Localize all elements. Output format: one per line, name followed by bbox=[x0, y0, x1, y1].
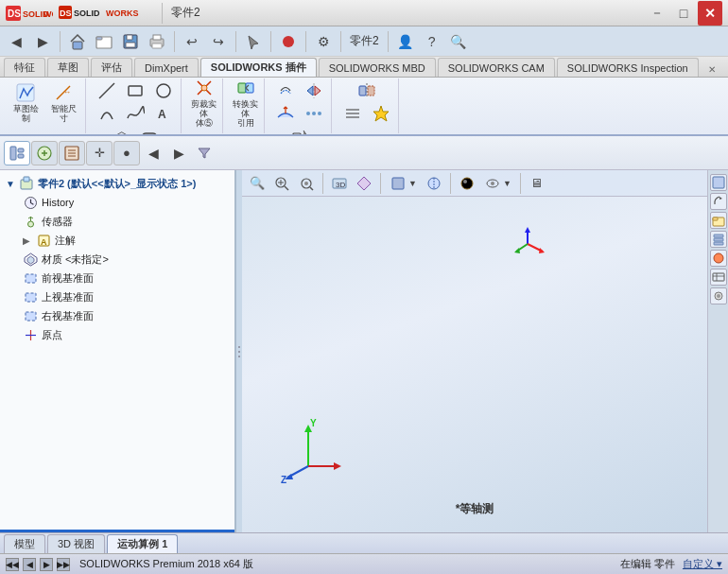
forward-button[interactable]: ▶ bbox=[30, 29, 55, 54]
tree-item-annotation[interactable]: ▶ A 注解 bbox=[4, 231, 231, 250]
ribbon-slot-btn[interactable] bbox=[136, 126, 163, 136]
ribbon-show-delete-btn[interactable] bbox=[339, 103, 366, 124]
vp-monitor-btn[interactable]: 🖥 bbox=[526, 173, 548, 194]
ribbon-surface-move-btn[interactable] bbox=[272, 103, 299, 124]
vp-zoom-fit-btn[interactable] bbox=[295, 173, 318, 194]
ribbon-mirror-entities-btn[interactable] bbox=[301, 80, 327, 101]
vp-zoom-area-btn[interactable] bbox=[270, 173, 293, 194]
nav-next[interactable]: ▶ bbox=[40, 558, 53, 571]
save-button[interactable] bbox=[118, 29, 143, 54]
ribbon-sketch-btn[interactable]: 草图绘制 bbox=[8, 80, 43, 126]
ribbon-line-btn[interactable] bbox=[94, 80, 120, 101]
svg-text:WO: WO bbox=[43, 9, 53, 19]
tree-item-material[interactable]: 材质 <未指定> bbox=[4, 250, 231, 269]
ribbon-close[interactable]: ✕ bbox=[704, 61, 719, 77]
user-icon[interactable]: 👤 bbox=[393, 29, 418, 54]
help-button[interactable]: ? bbox=[420, 29, 444, 54]
rs-view-btn[interactable] bbox=[710, 174, 727, 191]
ribbon-circle-btn[interactable] bbox=[150, 80, 177, 101]
viewport-3d[interactable]: Y Z *等轴测 bbox=[242, 197, 707, 532]
status-customize[interactable]: 自定义 ▾ bbox=[683, 557, 722, 571]
vp-section-view-btn[interactable] bbox=[423, 173, 445, 194]
rs-table-btn[interactable] bbox=[710, 269, 727, 286]
print-button[interactable] bbox=[145, 29, 169, 54]
open-button[interactable] bbox=[92, 29, 116, 54]
tab-motion[interactable]: 运动算例 1 bbox=[107, 534, 178, 553]
property-tab[interactable] bbox=[31, 141, 58, 165]
tab-dimxpert[interactable]: DimXpert bbox=[134, 58, 199, 77]
ribbon-smartdim-btn[interactable]: ↔ 智能尺寸 bbox=[45, 80, 81, 126]
ribbon-convert-btn[interactable]: 转换实体引用 bbox=[229, 80, 263, 126]
red-light[interactable] bbox=[276, 29, 301, 54]
tab-3d-view[interactable]: 3D 视图 bbox=[47, 534, 105, 553]
dim-tab[interactable]: ✛ bbox=[86, 141, 113, 165]
svg-point-30 bbox=[306, 112, 310, 115]
tab-sw-mbd[interactable]: SOLIDWORKS MBD bbox=[319, 58, 436, 77]
ribbon-mirror-solid-btn[interactable] bbox=[354, 80, 380, 101]
ribbon-move-entities-btn[interactable] bbox=[286, 126, 313, 136]
config-tab[interactable] bbox=[59, 141, 85, 165]
vp-zoom-select-btn[interactable]: 🔍 bbox=[246, 173, 269, 194]
undo-button[interactable]: ↩ bbox=[180, 29, 204, 54]
tab-evaluate[interactable]: 评估 bbox=[91, 58, 132, 77]
ribbon-text-btn[interactable]: A bbox=[150, 103, 177, 124]
filter-icon[interactable] bbox=[192, 141, 217, 165]
feature-tree-tab[interactable] bbox=[4, 141, 30, 165]
nav-first[interactable]: ◀◀ bbox=[6, 558, 19, 571]
tab-sw-cam[interactable]: SOLIDWORKS CAM bbox=[438, 58, 555, 77]
tree-item-origin[interactable]: 原点 bbox=[4, 325, 231, 344]
tab-model[interactable]: 模型 bbox=[4, 534, 45, 553]
svg-rect-8 bbox=[73, 42, 82, 49]
tree-root[interactable]: ▼ 零件2 (默认<<默认>_显示状态 1>) bbox=[4, 174, 231, 193]
vp-appearance-btn[interactable] bbox=[456, 173, 478, 194]
tree-item-top-plane[interactable]: 上视基准面 bbox=[4, 287, 231, 306]
rs-layers-btn[interactable] bbox=[710, 231, 727, 248]
minimize-button[interactable]: － bbox=[645, 1, 669, 26]
rs-rotate-btn[interactable] bbox=[710, 193, 727, 210]
vp-orient-btn[interactable] bbox=[353, 173, 375, 194]
vp-hide-show-btn[interactable]: ▼ bbox=[480, 173, 515, 194]
svg-text:Z: Z bbox=[281, 475, 286, 485]
nav-prev[interactable]: ◀ bbox=[23, 558, 36, 571]
settings-icon[interactable]: ⚙ bbox=[311, 29, 336, 54]
panel-prev[interactable]: ◀ bbox=[141, 141, 165, 165]
rs-sphere-btn[interactable] bbox=[710, 250, 727, 267]
vp-display-style-btn[interactable]: ▼ bbox=[386, 173, 421, 194]
shapes-row1 bbox=[94, 80, 177, 101]
restore-button[interactable]: □ bbox=[671, 1, 696, 26]
search-button[interactable]: 🔍 bbox=[446, 29, 471, 54]
tab-sw-plugins[interactable]: SOLIDWORKS 插件 bbox=[200, 58, 317, 77]
vp-prev-view-btn[interactable]: 3D bbox=[328, 173, 351, 194]
ribbon-rect-btn[interactable] bbox=[122, 80, 148, 101]
ribbon-arc-btn[interactable] bbox=[94, 103, 120, 124]
tree-item-history[interactable]: History bbox=[4, 193, 231, 212]
tree-item-right-plane[interactable]: 右视基准面 bbox=[4, 306, 231, 325]
ribbon-spline-btn[interactable] bbox=[122, 103, 148, 124]
viewport[interactable]: 🔍 3D ▼ bbox=[242, 170, 707, 532]
redo-button[interactable]: ↪ bbox=[206, 29, 231, 54]
tree-item-front-plane[interactable]: 前视基准面 bbox=[4, 269, 231, 287]
ribbon-offset-btn[interactable] bbox=[272, 80, 299, 101]
rs-folder-btn[interactable] bbox=[710, 212, 727, 229]
history-icon bbox=[23, 195, 38, 210]
rs-settings-btn[interactable] bbox=[710, 287, 727, 304]
ribbon-poly-btn[interactable]: ⬡ bbox=[108, 126, 134, 136]
nav-last[interactable]: ▶▶ bbox=[57, 558, 70, 571]
ribbon-fix-sketch-btn[interactable] bbox=[368, 103, 394, 124]
tab-sw-inspection[interactable]: SOLIDWORKS Inspection bbox=[557, 58, 699, 77]
ribbon-linear-pattern-btn[interactable] bbox=[301, 103, 327, 124]
ribbon-trim-btn[interactable]: 剪裁实体体⑤ bbox=[187, 80, 221, 126]
close-button[interactable]: ✕ bbox=[698, 1, 722, 26]
svg-rect-51 bbox=[24, 177, 29, 182]
tree-item-sensor[interactable]: 传感器 bbox=[4, 212, 231, 231]
panel-next[interactable]: ▶ bbox=[166, 141, 191, 165]
new-button[interactable] bbox=[65, 29, 90, 54]
tab-feature[interactable]: 特征 bbox=[4, 58, 45, 77]
bottom-tabs: 模型 3D 视图 运动算例 1 bbox=[0, 532, 728, 553]
status-version: SOLIDWORKS Premium 2018 x64 版 bbox=[79, 557, 253, 571]
appear-tab[interactable]: ● bbox=[113, 141, 140, 165]
select-button[interactable] bbox=[241, 29, 266, 54]
tab-sketch[interactable]: 草图 bbox=[47, 58, 89, 77]
svg-rect-13 bbox=[126, 43, 135, 47]
back-button[interactable]: ◀ bbox=[4, 29, 28, 54]
